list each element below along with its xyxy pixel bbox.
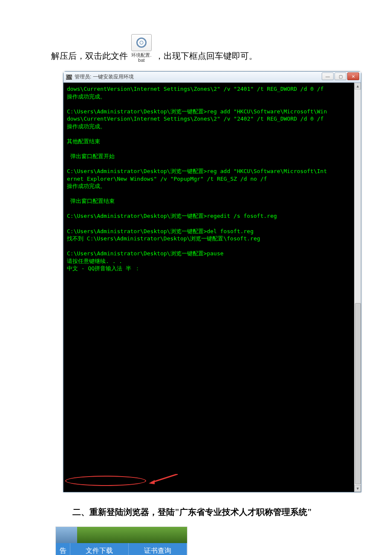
minimize-button[interactable]: —: [322, 72, 334, 80]
maximize-button[interactable]: ▢: [334, 72, 346, 80]
red-oval-annotation: [65, 476, 146, 486]
svg-marker-1: [149, 480, 155, 484]
intro-after: ，出现下框点回车键即可。: [155, 49, 257, 63]
gear-icon: [131, 34, 152, 51]
scroll-up-icon[interactable]: ▲: [355, 83, 361, 90]
close-button[interactable]: ✕: [347, 72, 359, 80]
intro-line: 解压后，双击此文件 环境配置. bat ，出现下框点回车键即可。: [51, 34, 341, 63]
cmd-titlebar[interactable]: C:\ 管理员: 一键安装应用环境 — ▢ ✕: [63, 72, 361, 83]
intro-before: 解压后，双击此文件: [51, 49, 128, 63]
login-tabs: 告 文件下载 证书查询: [56, 543, 187, 555]
cmd-icon: C:\: [66, 75, 72, 80]
cmd-title: 管理员: 一键安装应用环境: [75, 73, 134, 81]
cmd-body[interactable]: dows\CurrentVersion\Internet Settings\Zo…: [63, 83, 361, 492]
scroll-down-icon[interactable]: ▼: [355, 485, 361, 492]
login-banner-image: [56, 527, 187, 543]
red-arrow-annotation: [149, 474, 179, 484]
scroll-thumb[interactable]: [355, 303, 361, 484]
cmd-window: C:\ 管理员: 一键安装应用环境 — ▢ ✕ dows\CurrentVers…: [63, 71, 361, 492]
tab-notice[interactable]: 告: [56, 543, 70, 555]
tab-cert-query[interactable]: 证书查询: [129, 543, 187, 555]
tab-file-download[interactable]: 文件下载: [70, 543, 129, 555]
login-panel: 告 文件下载 证书查询 系统登录 注册新用户 用户名 个人帐号登陆 密码 验证码…: [55, 526, 187, 555]
bat-file-icon[interactable]: 环境配置. bat: [131, 34, 152, 63]
section-2-title: 二、重新登陆浏览器，登陆"广东省专业技术人才职称管理系统": [72, 505, 341, 519]
bat-icon-label: 环境配置. bat: [131, 52, 151, 63]
cmd-output: dows\CurrentVersion\Internet Settings\Zo…: [67, 86, 327, 272]
scrollbar[interactable]: ▲ ▼: [354, 83, 361, 492]
svg-line-0: [151, 474, 178, 483]
